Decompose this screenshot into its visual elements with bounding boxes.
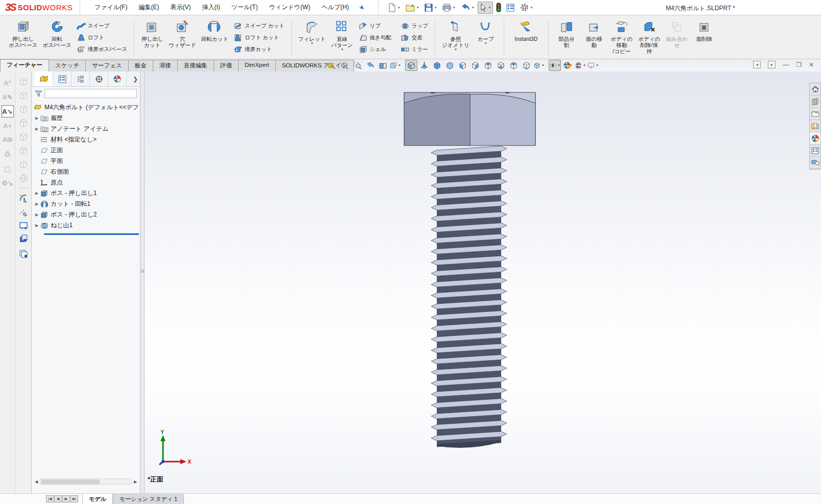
loft-button[interactable]: ロフト [74,33,130,43]
dimxpertmanager-tab[interactable] [90,71,108,86]
view-cube-icon-4[interactable] [17,117,30,129]
menu-view[interactable]: 表示(V) [165,1,196,14]
tree-item-cut-revolve1[interactable]: ▶ カット - 回転1 [34,199,140,209]
left-view-button[interactable] [482,60,494,71]
move-face-button[interactable]: 面の移 動 [580,17,608,58]
settings-button[interactable]: ▼ [518,2,535,14]
sweep-cut-button[interactable]: スイープ カット [231,21,287,31]
view-orientation-button[interactable] [405,60,417,71]
configurationmanager-tab[interactable] [72,71,90,86]
first-study-icon[interactable]: |◀ [46,495,54,502]
appearances-icon[interactable] [810,132,820,145]
back-view-button[interactable] [469,60,481,71]
scroll-left-icon[interactable]: ◀ [33,478,40,485]
tree-item-front-plane[interactable]: 正面 [34,145,140,156]
collapse-right-pane-icon[interactable]: ▸ [768,61,776,68]
view-cube-icon-5[interactable] [17,131,30,143]
right-view-button[interactable] [495,60,507,71]
annotation-edit-icon[interactable]: A✎ [2,91,14,103]
display-style-button[interactable]: ▼ [549,60,561,71]
wrap-button[interactable]: ラップ [398,21,431,31]
prev-study-icon[interactable]: ◀ [54,495,62,502]
intersect-button[interactable]: 交差 [398,33,431,43]
design-library-icon[interactable] [810,95,820,108]
extrude-cut-button[interactable]: 押し出し カット [138,17,166,58]
bottom-view-button[interactable] [520,60,532,71]
edit-feature-icon[interactable] [17,206,30,218]
options-list-button[interactable] [504,2,517,14]
panel-splitter[interactable] [140,71,145,493]
home-icon[interactable] [810,83,820,95]
tab-sheet-metal[interactable]: 板金 [128,60,153,71]
measure-button[interactable] [325,60,338,71]
panes-stack-icon-2[interactable] [17,247,30,259]
expand-arrow-icon[interactable]: ▶ [34,127,40,131]
file-explorer-icon[interactable] [810,108,820,120]
view-cube-icon-1[interactable] [17,76,30,88]
annotation-area-icon[interactable]: ⬚ [2,162,14,175]
expand-arrow-icon[interactable]: ▶ [34,116,40,121]
new-sketch-icon[interactable] [17,192,30,204]
zoom-area-button[interactable] [351,60,363,71]
delete-face-button[interactable]: 面削除 [691,17,718,58]
delete-keep-body-button[interactable]: ボディの 削除/保 持 [636,17,663,58]
zoom-fit-button[interactable] [338,60,350,71]
menu-window[interactable]: ウィンドウ(W) [264,1,316,14]
fillet-button[interactable]: フィレット ▼ [296,17,329,58]
custom-properties-icon[interactable] [810,145,820,157]
print-button[interactable]: ▼ [440,2,457,14]
isometric-view-button[interactable] [431,60,443,71]
open-button[interactable]: ▼ [404,2,421,14]
previous-view-button[interactable] [364,60,376,71]
expand-arrow-icon[interactable]: ▶ [34,191,40,196]
tree-root[interactable]: M4六角ボルト (デフォルト<<デフォルト>_表 [34,102,140,113]
view-cube-icon-6[interactable] [17,145,30,157]
chain-tools-icon[interactable]: ⚙↘ [2,177,14,189]
view-cube-icon-3[interactable] [17,103,30,115]
rib-button[interactable]: リブ [356,21,394,31]
normal-to-button[interactable] [418,60,430,71]
annotation-favorite-icon[interactable]: A° [2,77,14,89]
scroll-right-icon[interactable]: ▶ [132,478,139,485]
select-button[interactable]: ▼ [478,2,493,14]
view-cube-icon-7[interactable] [17,158,30,171]
graphics-viewport[interactable]: Y X *正面 [145,71,821,493]
tree-item-material[interactable]: 材料 <指定なし> [34,134,140,145]
linear-pattern-button[interactable]: 直線 パターン ▼ [329,17,356,58]
mirror-button[interactable]: ミラー [398,44,431,55]
apply-scene-button[interactable]: ▼ [574,60,587,71]
section-view-button[interactable] [377,60,389,71]
hole-wizard-button[interactable]: 穴 ウィザード [166,17,198,58]
tab-features[interactable]: フィーチャー [0,59,49,71]
minimize-icon[interactable]: — [783,62,789,68]
tree-filter-input[interactable] [44,89,137,98]
menu-edit[interactable]: 編集(E) [133,1,164,14]
panel-horizontal-scrollbar[interactable]: ◀ ▶ [33,478,139,485]
next-study-icon[interactable]: ▶ [62,495,70,502]
tab-dimxpert[interactable]: DimXpert [238,60,276,71]
boundary-boss-button[interactable]: 境界ボス/ベース [74,44,130,55]
move-copy-body-button[interactable]: ボディの 移動 /コピー [608,17,636,58]
menu-insert[interactable]: 挿入(I) [197,1,225,14]
propertymanager-tab[interactable] [53,71,72,86]
tree-item-right-plane[interactable]: 右側面 [34,166,140,177]
forum-icon[interactable] [810,157,820,169]
annotation-insert-icon[interactable]: A➘ [2,105,14,117]
expand-panel-button[interactable]: ❯ [133,76,138,83]
tab-surfaces[interactable]: サーフェス [85,60,129,71]
view-palette-icon[interactable] [810,120,820,132]
tree-item-origin[interactable]: 原点 [34,177,140,188]
tree-item-thread1[interactable]: ▶ ねじ山1 [34,220,140,231]
scrollbar-thumb[interactable] [41,479,100,484]
split-button[interactable]: 部品分 割 [553,17,580,58]
shaded-view-button[interactable] [443,60,456,71]
loft-cut-button[interactable]: ロフト カット [231,33,287,43]
undo-button[interactable]: ▼ [459,2,476,14]
tab-evaluate[interactable]: 評価 [214,60,239,71]
menu-file[interactable]: ファイル(F) [89,1,132,14]
expand-arrow-icon[interactable]: ▶ [34,212,40,217]
motion-study-tab[interactable]: モーション スタディ 1 [113,494,184,504]
instant3d-button[interactable]: Instant3D [508,17,544,58]
splitter-handle[interactable] [141,270,144,273]
view-cube-icon-2[interactable] [17,89,30,102]
